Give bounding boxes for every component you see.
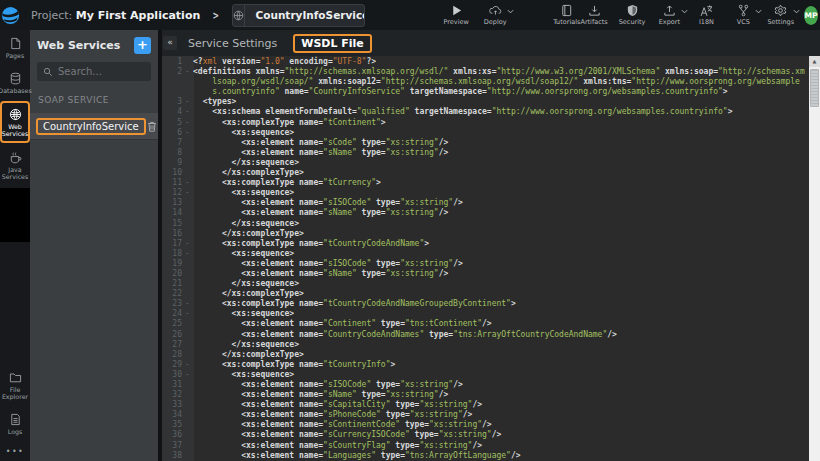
code-line[interactable]: 5- <xs:complexType name="tContinent"> — [162, 118, 820, 128]
fold-marker[interactable]: - — [182, 67, 193, 77]
deploy-button[interactable]: Deploy — [482, 4, 508, 26]
fold-marker[interactable]: - — [182, 370, 193, 380]
vcs-button[interactable]: VCS — [730, 4, 756, 26]
chevron-down-icon[interactable] — [681, 9, 688, 14]
sidebar-item-label: Databases — [0, 87, 32, 94]
sidebar-item-pages[interactable]: Pages — [0, 30, 30, 65]
add-service-button[interactable]: + — [134, 37, 151, 54]
sidebar-item-label: File Explorer — [0, 386, 30, 400]
service-list-item[interactable]: CountryInfoService — [30, 112, 158, 140]
code-line[interactable]: 25 <xs:element name="Continent" type="tn… — [162, 319, 820, 329]
code-line[interactable]: 20 <xs:element name="sName" type="xs:str… — [162, 269, 820, 279]
fold-marker[interactable]: - — [182, 360, 193, 370]
code-line[interactable]: 10 </xs:complexType> — [162, 168, 820, 178]
code-line[interactable]: 26 <xs:element name="CountryCodeAndNames… — [162, 330, 820, 340]
fold-marker[interactable]: - — [182, 118, 193, 128]
trash-icon[interactable] — [146, 120, 158, 133]
i18n-button[interactable]: I18N — [693, 4, 719, 26]
code-editor[interactable]: 1<?xml version="1.0" encoding="UTF-8"?>2… — [162, 56, 820, 461]
user-avatar[interactable]: MP — [804, 6, 818, 25]
code-line[interactable]: 8 <xs:element name="sName" type="xs:stri… — [162, 148, 820, 158]
chevron-down-icon[interactable] — [793, 9, 800, 14]
app-logo[interactable] — [0, 0, 22, 30]
tab-wsdl-file[interactable]: WSDL File — [293, 34, 372, 53]
code-line[interactable]: 17- <xs:complexType name="tCountryCodeAn… — [162, 239, 820, 249]
code-line[interactable]: 2-<definitions xmlns="http://schemas.xml… — [162, 67, 820, 97]
code-line[interactable]: 32 <xs:element name="sName" type="xs:str… — [162, 390, 820, 400]
sidebar-item-web-services[interactable]: Web Services — [0, 101, 30, 143]
fold-marker[interactable]: - — [182, 309, 193, 319]
chevron-down-icon[interactable] — [507, 9, 514, 14]
tab-service-settings[interactable]: Service Settings — [188, 37, 277, 50]
code-line[interactable]: 29- <xs:complexType name="tCountryInfo"> — [162, 360, 820, 370]
code-line[interactable]: 23- <xs:complexType name="tCountryCodeAn… — [162, 299, 820, 309]
fold-marker[interactable]: - — [182, 178, 193, 188]
code-line[interactable]: 18- <xs:sequence> — [162, 249, 820, 259]
code-line[interactable]: 7 <xs:element name="sCode" type="xs:stri… — [162, 138, 820, 148]
code-line[interactable]: 13 <xs:element name="sISOCode" type="xs:… — [162, 198, 820, 208]
export-button[interactable]: Export — [656, 4, 682, 26]
settings-button[interactable]: Settings — [767, 4, 794, 26]
fold-marker[interactable]: - — [182, 188, 193, 198]
scrollbar-thumb[interactable] — [810, 69, 819, 107]
fold-marker[interactable]: - — [182, 249, 193, 259]
code-line[interactable]: 38 <xs:element name="Languages" type="tn… — [162, 451, 820, 461]
code-line[interactable]: 19 <xs:element name="sISOCode" type="xs:… — [162, 259, 820, 269]
sidebar-item-databases[interactable]: Databases — [0, 65, 30, 100]
line-number: 23 — [162, 299, 182, 309]
artifacts-button[interactable]: Artifacts — [580, 4, 607, 26]
sidebar-item-java-services[interactable]: Java Services — [0, 144, 30, 186]
code-line[interactable]: 37 <xs:element name="sCountryFlag" type=… — [162, 441, 820, 451]
fold-marker[interactable]: - — [182, 107, 193, 117]
code-line[interactable]: 14 <xs:element name="sName" type="xs:str… — [162, 208, 820, 218]
code-line[interactable]: 12- <xs:sequence> — [162, 188, 820, 198]
page-icon — [9, 37, 22, 50]
more-options-button[interactable]: ••• — [0, 441, 30, 461]
line-number: 19 — [162, 259, 182, 269]
code-line[interactable]: 24- <xs:sequence> — [162, 309, 820, 319]
line-number: 29 — [162, 360, 182, 370]
code-line[interactable]: 22 </xs:complexType> — [162, 289, 820, 299]
security-button[interactable]: Security — [619, 4, 646, 26]
code-line[interactable]: 3- <types> — [162, 97, 820, 107]
code-line[interactable]: 36 <xs:element name="sCurrencyISOCode" t… — [162, 430, 820, 440]
line-number: 35 — [162, 420, 182, 430]
editor-scrollbar[interactable]: ▲ — [809, 56, 820, 461]
fold-marker[interactable]: - — [182, 97, 193, 107]
code-text: <types> — [193, 97, 820, 107]
code-line[interactable]: 31 <xs:element name="sISOCode" type="xs:… — [162, 380, 820, 390]
action-label: Tutorials — [553, 18, 580, 26]
code-text: <xs:element name="sISOCode" type="xs:str… — [193, 380, 820, 390]
code-line[interactable]: 28 </xs:complexType> — [162, 350, 820, 360]
left-nav-rail: PagesDatabasesWeb ServicesJava ServicesA… — [0, 30, 30, 461]
code-line[interactable]: 4- <xs:schema elementFormDefault="qualif… — [162, 107, 820, 117]
code-line[interactable]: 16 </xs:complexType> — [162, 229, 820, 239]
code-line[interactable]: 9 </xs:sequence> — [162, 158, 820, 168]
sidebar-item-logs[interactable]: Logs — [0, 406, 30, 441]
code-line[interactable]: 35 <xs:element name="sContinentCode" typ… — [162, 420, 820, 430]
code-line[interactable]: 15 </xs:sequence> — [162, 219, 820, 229]
fold-marker[interactable]: - — [182, 128, 193, 138]
collapse-panel-button[interactable]: « — [163, 36, 177, 50]
tutorials-button[interactable]: Tutorials — [553, 4, 580, 26]
chevron-down-icon[interactable] — [755, 9, 762, 14]
service-tab[interactable]: CountryInfoService — [232, 4, 366, 27]
code-line[interactable]: 33 <xs:element name="sCapitalCity" type=… — [162, 400, 820, 410]
code-line[interactable]: 11- <xs:complexType name="tCurrency"> — [162, 178, 820, 188]
code-line[interactable]: 30- <xs:sequence> — [162, 370, 820, 380]
fold-marker[interactable]: - — [182, 239, 193, 249]
fold-marker[interactable]: - — [182, 299, 193, 309]
code-line[interactable]: 1<?xml version="1.0" encoding="UTF-8"?> — [162, 57, 820, 67]
code-line[interactable]: 6- <xs:sequence> — [162, 128, 820, 138]
code-line[interactable]: 21 </xs:sequence> — [162, 279, 820, 289]
code-lines: 1<?xml version="1.0" encoding="UTF-8"?>2… — [162, 57, 820, 461]
search-input[interactable]: Search... — [37, 62, 151, 81]
sidebar-item-file-explorer[interactable]: File Explorer — [0, 364, 30, 406]
project-breadcrumb[interactable]: Project: My First Application — [31, 9, 200, 22]
line-number: 30 — [162, 370, 182, 380]
scroll-up-button[interactable]: ▲ — [809, 56, 820, 67]
preview-button[interactable]: Preview — [443, 4, 469, 26]
code-line[interactable]: 27 </xs:sequence> — [162, 340, 820, 350]
line-number: 22 — [162, 289, 182, 299]
code-line[interactable]: 34 <xs:element name="sPhoneCode" type="x… — [162, 410, 820, 420]
